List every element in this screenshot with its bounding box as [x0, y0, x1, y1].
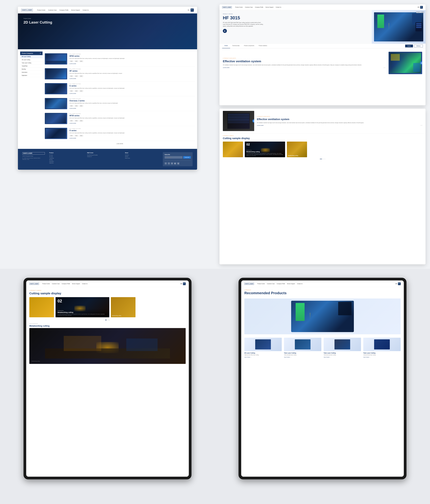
- tl-nav-product[interactable]: Product Center: [42, 283, 50, 284]
- spec-ov-3015[interactable]: 3015: [69, 105, 73, 107]
- sidebar-item-tubeplate[interactable]: Tube&Plate: [20, 64, 43, 68]
- learn-more-link[interactable]: LEARN MORE: [69, 63, 195, 64]
- tl-nav-service[interactable]: Service Support: [72, 283, 80, 284]
- tr-nav-contact[interactable]: Contact Us: [297, 283, 303, 284]
- learn-more-g[interactable]: LEARN MORE: [69, 93, 195, 94]
- right-search-button[interactable]: 🔍: [420, 6, 423, 9]
- learn-more-overseas[interactable]: LEARN MORE: [69, 108, 195, 109]
- category-header[interactable]: Product Categories ▼: [20, 52, 43, 55]
- tr-lang[interactable]: EN: [395, 283, 397, 284]
- play-button[interactable]: ▶: [223, 29, 227, 33]
- footer-item-head-center[interactable]: Head Center: [125, 158, 158, 159]
- right-lang[interactable]: EN: [418, 7, 419, 8]
- tl-nav-customer[interactable]: Customer Case: [52, 283, 60, 284]
- spec-hf30-4015[interactable]: 4015: [74, 120, 78, 122]
- spec-hf30-6015[interactable]: 6015: [79, 120, 83, 122]
- rec-product-img-4: [363, 338, 401, 351]
- spec-3015[interactable]: 3015: [69, 60, 73, 62]
- subscribe-button[interactable]: Subscribe: [183, 156, 191, 159]
- spec-6015[interactable]: 6015: [79, 60, 83, 62]
- tr-nav-service[interactable]: Service Support: [287, 283, 295, 284]
- footer-item-2d[interactable]: 2D Laser: [49, 154, 83, 156]
- right-nav-company[interactable]: Company Profile: [255, 7, 263, 8]
- right-nav-product[interactable]: Product Center: [235, 7, 243, 8]
- tab-details[interactable]: Details: [222, 44, 230, 48]
- footer-item-digitization[interactable]: Digitization: [49, 162, 83, 163]
- tab-statistics[interactable]: Product statistics: [256, 44, 269, 48]
- rec-product-link-2[interactable]: View Product →: [284, 357, 321, 358]
- youtube-icon[interactable]: ▶: [174, 162, 176, 164]
- lang-selector[interactable]: EN: [188, 9, 189, 11]
- tl-nav-company[interactable]: Company Profile: [62, 283, 70, 284]
- footer-item-bending[interactable]: Bending: [49, 159, 83, 160]
- rec-product-link-1[interactable]: View Product →: [244, 357, 282, 358]
- linkedin-icon[interactable]: in: [171, 162, 173, 164]
- spec-o-6015[interactable]: 6015: [79, 135, 83, 136]
- learn-more-o[interactable]: LEARN MORE: [69, 138, 195, 139]
- tl-dot-3: [109, 320, 109, 320]
- tab-technical[interactable]: Technical data: [230, 44, 242, 48]
- instagram-icon[interactable]: ig: [177, 162, 179, 164]
- rec-product-link-3[interactable]: View Product →: [324, 357, 361, 358]
- sidebar-item-3d[interactable]: 3D Laser Cutting: [20, 58, 43, 61]
- facebook-icon[interactable]: f: [165, 162, 167, 164]
- tr-search-btn[interactable]: 🔍: [398, 282, 401, 285]
- ventilation-link[interactable]: LEARN MORE: [223, 67, 230, 68]
- product-desc: Drive servo high-speed fiber laser cutti…: [69, 58, 195, 59]
- search-button[interactable]: 🔍: [191, 9, 194, 12]
- tl-nav-contact[interactable]: Contact Us: [82, 283, 88, 284]
- nav-contact-us[interactable]: Contact Us: [83, 9, 89, 11]
- spec-o-3015[interactable]: 3015: [69, 135, 73, 136]
- product-hero-image: HAN'S LASER: [372, 10, 426, 44]
- footer-item-automation[interactable]: Automation: [49, 161, 83, 162]
- footer-item-tubeplate[interactable]: Tube&Plate: [49, 158, 83, 159]
- vent2-link[interactable]: LEARN MORE: [257, 125, 264, 126]
- sidebar-item-automation[interactable]: Automation: [20, 71, 43, 74]
- tr-nav-product[interactable]: Product Center: [257, 283, 265, 284]
- nav-product-center[interactable]: Product Center: [37, 9, 45, 11]
- spec-g-3015[interactable]: 3015: [69, 90, 73, 92]
- nav-service-support[interactable]: Service Support: [71, 9, 80, 11]
- spec-o-4015[interactable]: 4015: [74, 135, 78, 136]
- footer-item-spares[interactable]: Sparees: [125, 156, 158, 157]
- spec-4015[interactable]: 4015: [74, 60, 78, 62]
- right-nav-service[interactable]: Service Support: [266, 7, 273, 8]
- learn-more-hf[interactable]: LEARN MORE: [69, 78, 195, 79]
- spec-g-4015[interactable]: 4015: [74, 90, 78, 92]
- spec-g-6015[interactable]: 6015: [79, 90, 83, 92]
- spec-ov-4015[interactable]: 4015: [74, 105, 78, 107]
- spec-hf30-3015[interactable]: 3015: [69, 120, 73, 122]
- tl-search-btn[interactable]: 🔍: [183, 282, 186, 285]
- inquiry-button[interactable]: Inquiry: [405, 45, 413, 47]
- spec-hf-3015[interactable]: 3015: [69, 75, 73, 77]
- sidebar-item-digitization[interactable]: Digitization: [20, 74, 43, 77]
- product-specs-hf: 3015 4015 6015: [69, 75, 195, 77]
- email-input[interactable]: [165, 156, 182, 159]
- footer-item-3d[interactable]: 3D Laser: [49, 156, 83, 157]
- sidebar-item-tube[interactable]: Tube Laser Cutting: [20, 61, 43, 64]
- ventilation2-image: ▶: [223, 111, 254, 131]
- nav-customer-case[interactable]: Customer Case: [48, 9, 57, 11]
- spec-ov-6015[interactable]: 6015: [79, 105, 83, 107]
- product-machine-o: [46, 129, 66, 138]
- tab-components[interactable]: Product components: [242, 44, 257, 48]
- footer-item-mfg[interactable]: Manufacturing and Quality: [87, 154, 120, 156]
- footer-item-industry[interactable]: Industry 4.0: [87, 156, 120, 157]
- sidebar-item-bending[interactable]: Bending: [20, 68, 43, 71]
- tl-lang[interactable]: EN: [180, 283, 182, 284]
- load-more[interactable]: LOAD MORE: [45, 141, 195, 147]
- tr-nav-customer[interactable]: Customer Case: [267, 283, 275, 284]
- footer-item-dynamics[interactable]: Dynamics: [125, 154, 158, 156]
- nav-company-profile[interactable]: Company Profile: [59, 9, 68, 11]
- learn-more-hf30[interactable]: LEARN MORE: [69, 123, 195, 124]
- right-nav-customer[interactable]: Customer Case: [245, 7, 253, 8]
- sidebar-item-2d[interactable]: 2D Laser Cutting: [20, 55, 43, 58]
- right-nav-contact[interactable]: Contact Us: [276, 7, 281, 8]
- spec-hf-6015[interactable]: 6015: [79, 75, 83, 77]
- tr-nav-company[interactable]: Company Profile: [277, 283, 285, 284]
- rec-product-link-4[interactable]: View Product →: [363, 357, 401, 358]
- twitter-icon[interactable]: t: [168, 162, 170, 164]
- delivery-button[interactable]: Delivery: [414, 45, 423, 47]
- footer-col-rd: R&D Center Manufacturing and Quality Ind…: [87, 152, 120, 166]
- spec-hf-4015[interactable]: 4015: [74, 75, 78, 77]
